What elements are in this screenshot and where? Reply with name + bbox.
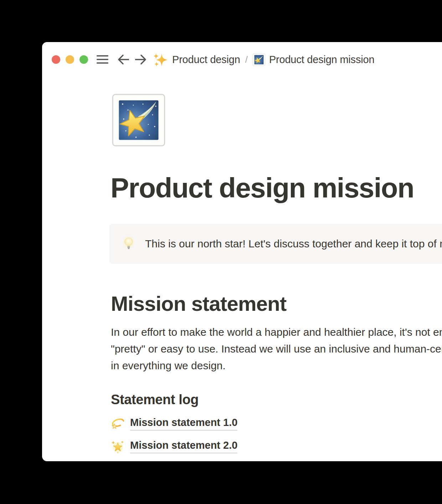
heading-mission-statement[interactable]: Mission statement (111, 292, 286, 315)
heading-statement-log[interactable]: Statement log (111, 392, 199, 407)
zoom-window-button[interactable] (79, 55, 88, 64)
app-window: Product design / Product design mission … (42, 42, 442, 461)
statement-log-links: Mission statement 1.0 Mission statement … (110, 416, 237, 454)
paragraph-line: In our effort to make the world a happie… (111, 324, 442, 340)
sidebar-menu-button[interactable] (97, 54, 108, 65)
breadcrumb-label: Product design (172, 54, 240, 66)
light-bulb-icon (120, 235, 137, 252)
breadcrumb-item-product-design-mission[interactable]: Product design mission (253, 53, 374, 66)
shooting-star-emoji (112, 93, 166, 147)
back-button[interactable] (118, 55, 129, 65)
paragraph-line: "pretty" or easy to use. Instead we will… (111, 340, 442, 357)
minimize-window-button[interactable] (66, 55, 74, 64)
link-label: Mission statement 2.0 (130, 439, 237, 453)
breadcrumb-item-product-design[interactable]: Product design (153, 52, 240, 67)
traffic-lights (52, 55, 88, 64)
breadcrumb-separator: / (245, 54, 248, 65)
callout-block[interactable]: This is our north star! Let's discuss to… (109, 224, 442, 264)
forward-arrow-icon (135, 55, 146, 65)
close-window-button[interactable] (52, 55, 60, 64)
hamburger-menu-icon (97, 54, 108, 65)
sparkles-icon (153, 52, 168, 67)
window-titlebar: Product design / Product design mission (52, 51, 374, 68)
link-mission-statement-1[interactable]: Mission statement 1.0 (110, 416, 237, 431)
dizzy-star-icon (110, 416, 125, 431)
mission-paragraph[interactable]: In our effort to make the world a happie… (111, 324, 442, 374)
back-arrow-icon (118, 55, 129, 65)
link-label: Mission statement 1.0 (130, 417, 237, 431)
glowing-star-icon (110, 439, 125, 454)
breadcrumb-label: Product design mission (269, 54, 374, 66)
page-icon-shooting-star[interactable] (112, 93, 166, 147)
link-mission-statement-2[interactable]: Mission statement 2.0 (110, 438, 237, 454)
shooting-star-icon (253, 53, 265, 66)
forward-button[interactable] (135, 55, 146, 65)
paragraph-line: in everything we design. (111, 357, 442, 374)
page-title[interactable]: Product design mission (110, 173, 414, 204)
callout-text: This is our north star! Let's discuss to… (145, 238, 442, 250)
